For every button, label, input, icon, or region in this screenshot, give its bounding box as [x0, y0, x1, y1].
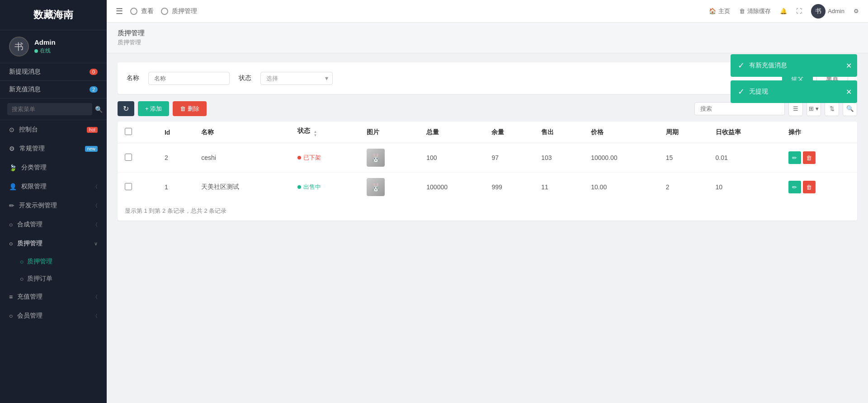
topbar: ☰ 查看 质押管理 🏠 主页 🗑 清除缓存 🔔 ⛶	[107, 0, 868, 23]
row-1-edit-button[interactable]: ✏	[788, 151, 801, 164]
sidebar-subitem-pledge-orders[interactable]: ○ 质押订单	[0, 270, 107, 287]
breadcrumb: 查看 质押管理	[130, 7, 197, 15]
circle-icon-orders: ○	[20, 275, 24, 282]
sidebar-item-recharge-label: 充值管理	[17, 293, 42, 301]
table-column-toggle-button[interactable]: ⇅	[825, 102, 839, 116]
sidebar-item-category[interactable]: 🍃 分类管理	[0, 158, 107, 177]
status-filter-select[interactable]: 选择 出售中 已下架	[260, 72, 333, 85]
avatar: 书	[9, 37, 29, 56]
notice-withdrawal-label: 新提现消息	[9, 68, 41, 76]
row-2-sold: 11	[534, 173, 584, 202]
row-1-actions: ✏ 🗑	[781, 143, 857, 173]
col-price: 价格	[584, 122, 659, 143]
notice-withdrawal-badge: 0	[90, 69, 98, 75]
topbar-icon-1[interactable]: 🔔	[780, 8, 787, 14]
table-view-grid-button[interactable]: ⊞ ▾	[807, 102, 821, 116]
sidebar-item-dashboard[interactable]: ⊙ 控制台 hot	[0, 120, 107, 139]
search-icon[interactable]: 🔍	[95, 106, 103, 113]
user-icon: 👤	[9, 183, 17, 190]
toolbar-right: ☰ ⊞ ▾ ⇅ 🔍	[694, 102, 857, 116]
sidebar-item-recharge[interactable]: ≡ 充值管理 〈	[0, 287, 107, 306]
list-icon-recharge: ≡	[9, 293, 13, 300]
hot-badge: hot	[87, 127, 98, 133]
delete-button[interactable]: 🗑 删除	[173, 101, 207, 116]
table-search-input[interactable]	[694, 102, 785, 115]
add-button[interactable]: + 添加	[138, 101, 169, 116]
topbar-left: ☰ 查看 质押管理	[116, 6, 197, 16]
row-2-edit-button[interactable]: ✏	[788, 181, 801, 193]
row-2-image: 🐰	[359, 173, 419, 202]
row-1-select[interactable]	[125, 154, 132, 161]
row-2-select[interactable]	[125, 183, 132, 190]
menu-search-input[interactable]	[7, 103, 92, 115]
row-2-period: 2	[659, 173, 708, 202]
main-content: ☰ 查看 质押管理 🏠 主页 🗑 清除缓存 🔔 ⛶	[107, 0, 868, 403]
user-profile[interactable]: 书 Admin 在线	[0, 30, 107, 63]
gear-icon: ⚙	[9, 145, 15, 152]
home-link[interactable]: 🏠 主页	[709, 7, 730, 15]
notice-withdrawal[interactable]: 新提现消息 0	[0, 63, 107, 81]
notification-1-close[interactable]: ✕	[846, 61, 852, 70]
dashboard-icon: ⊙	[9, 126, 14, 133]
sidebar-menu: ⊙ 控制台 hot ⚙ 常规管理 new 🍃 分类管理 👤 权限管理 〈	[0, 120, 107, 403]
chevron-icon-dev: 〈	[93, 202, 98, 209]
row-1-id: 2	[157, 143, 194, 173]
breadcrumb-icon-2	[161, 8, 168, 15]
clear-cache-label: 清除缓存	[747, 7, 771, 15]
clear-cache-link[interactable]: 🗑 清除缓存	[739, 7, 771, 15]
settings-icon[interactable]: ⚙	[854, 8, 859, 14]
sidebar-item-pledge[interactable]: ○ 质押管理 ∨	[0, 234, 107, 253]
row-2-status: 出售中	[290, 173, 360, 202]
name-filter-input[interactable]	[148, 72, 230, 85]
table-row: 1 天美社区测试 出售中 🐰 100000	[118, 173, 857, 202]
menu-toggle-icon[interactable]: ☰	[116, 6, 123, 16]
page-title: 质押管理	[118, 29, 857, 37]
admin-user[interactable]: 书 Admin	[811, 4, 844, 19]
row-1-daily-rate: 0.01	[708, 143, 781, 173]
sidebar-subitem-pledge-manage[interactable]: ○ 质押管理	[0, 253, 107, 270]
row-2-checkbox	[118, 173, 157, 202]
status-dot-green	[297, 185, 301, 189]
row-1-image: 🐰	[359, 143, 419, 173]
sidebar-item-devexamples[interactable]: ✏ 开发示例管理 〈	[0, 196, 107, 215]
home-label: 主页	[718, 7, 730, 15]
toolbar-left: ↻ + 添加 🗑 删除	[118, 101, 207, 116]
col-total: 总量	[419, 122, 484, 143]
table-row: 2 ceshi 已下架 🐰 100	[118, 143, 857, 173]
sidebar-item-synthesis[interactable]: ○ 合成管理 〈	[0, 215, 107, 234]
expand-icon: ⛶	[796, 8, 802, 14]
table-toolbar: ↻ + 添加 🗑 删除 ☰ ⊞ ▾ ⇅ 🔍	[118, 101, 857, 116]
select-all-checkbox[interactable]	[125, 128, 132, 135]
sidebar-item-permissions-label: 权限管理	[21, 183, 47, 191]
notification-1-text: 有新充值消息	[749, 61, 787, 70]
sidebar-item-member-label: 会员管理	[17, 312, 42, 320]
sidebar-item-general[interactable]: ⚙ 常规管理 new	[0, 139, 107, 158]
data-table: Id 名称 状态 ▲ ▼ 图片 总量 余量	[118, 122, 857, 220]
row-1-delete-button[interactable]: 🗑	[803, 151, 816, 164]
username: Admin	[34, 38, 56, 46]
circle-icon-member: ○	[9, 312, 13, 319]
row-2-actions: ✏ 🗑	[781, 173, 857, 202]
row-2-delete-button[interactable]: 🗑	[803, 181, 816, 193]
row-2-id: 1	[157, 173, 194, 202]
sort-arrows-status: ▲ ▼	[314, 130, 317, 137]
circle-icon-pledge: ○	[9, 240, 13, 247]
row-1-img: 🐰	[367, 149, 385, 167]
breadcrumb-item-2[interactable]: 质押管理	[172, 7, 197, 15]
new-badge: new	[85, 146, 98, 152]
col-name: 名称	[194, 122, 290, 143]
topbar-icon-2[interactable]: ⛶	[796, 8, 802, 14]
chevron-icon-synth: 〈	[93, 221, 98, 228]
sidebar-item-dashboard-label: 控制台	[19, 126, 38, 134]
sidebar-item-permissions[interactable]: 👤 权限管理 〈	[0, 177, 107, 196]
col-daily-rate: 日收益率	[708, 122, 781, 143]
pencil-icon: ✏	[9, 202, 14, 209]
sidebar-item-member[interactable]: ○ 会员管理 〈	[0, 306, 107, 325]
col-checkbox	[118, 122, 157, 143]
notice-recharge[interactable]: 新充值消息 2	[0, 81, 107, 98]
table-search-button[interactable]: 🔍	[843, 102, 857, 116]
table-view-list-button[interactable]: ☰	[788, 102, 803, 116]
breadcrumb-item-1[interactable]: 查看	[141, 7, 154, 15]
refresh-button[interactable]: ↻	[118, 101, 134, 116]
notification-2-close[interactable]: ✕	[846, 88, 852, 96]
